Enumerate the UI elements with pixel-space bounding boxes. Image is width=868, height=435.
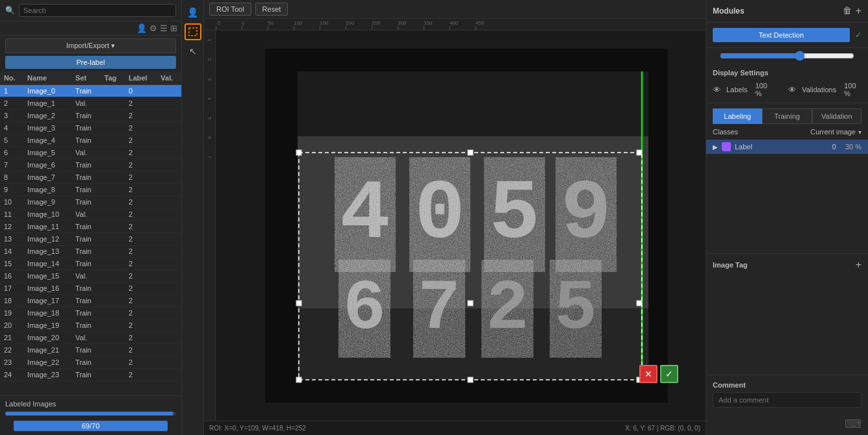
cell-name: Image_9 xyxy=(23,196,71,208)
class-expand-icon[interactable]: ▶ xyxy=(713,143,718,151)
comment-input[interactable] xyxy=(713,392,862,408)
cell-tag xyxy=(101,221,125,233)
table-row[interactable]: 11 Image_10 Val. 2 xyxy=(0,208,181,221)
table-row[interactable]: 17 Image_16 Train 2 xyxy=(0,282,181,295)
table-row[interactable]: 3 Image_2 Train 2 xyxy=(0,110,181,122)
search-icon: 🔍 xyxy=(5,6,15,15)
tools-panel: 👤 ↖ xyxy=(182,0,204,435)
table-row[interactable]: 13 Image_12 Train 2 xyxy=(0,233,181,245)
slider-row xyxy=(706,48,868,64)
table-row[interactable]: 22 Image_21 Train 2 xyxy=(0,344,181,356)
table-row[interactable]: 7 Image_6 Train 2 xyxy=(0,159,181,171)
ruler-side: 1 2 3 4 5 6 7 xyxy=(204,31,216,421)
reset-button[interactable]: Reset xyxy=(255,3,288,16)
cell-name: Image_13 xyxy=(23,245,71,258)
add-module-icon[interactable]: + xyxy=(856,5,862,17)
spacer xyxy=(706,154,868,253)
cell-set: Train xyxy=(71,319,101,332)
cell-val xyxy=(157,344,181,356)
cell-set: Train xyxy=(71,184,101,196)
cell-label: 2 xyxy=(125,307,157,319)
cell-val xyxy=(157,245,181,258)
confirm-button[interactable]: ✓ xyxy=(660,365,678,383)
main-canvas: ROI Tool Reset -5 0 50 100 150 200 250 3… xyxy=(204,0,706,435)
cell-tag xyxy=(101,85,125,97)
cell-set: Val. xyxy=(71,332,101,344)
tab-labeling[interactable]: Labeling xyxy=(713,108,762,124)
cell-set: Train xyxy=(71,258,101,270)
cell-label: 2 xyxy=(125,97,157,110)
cell-set: Val. xyxy=(71,208,101,221)
cell-tag xyxy=(101,332,125,344)
cell-val xyxy=(157,258,181,270)
labels-pct: 100 % xyxy=(755,82,772,97)
table-row[interactable]: 14 Image_13 Train 2 xyxy=(0,245,181,258)
cell-no: 9 xyxy=(0,184,23,196)
cell-tag xyxy=(101,245,125,258)
cell-name: Image_20 xyxy=(23,332,71,344)
tab-validation[interactable]: Validation xyxy=(812,108,862,124)
svg-rect-18 xyxy=(637,150,642,155)
add-tag-button[interactable]: + xyxy=(856,259,862,271)
table-row[interactable]: 5 Image_4 Train 2 xyxy=(0,134,181,147)
cell-name: Image_5 xyxy=(23,147,71,159)
delete-icon[interactable]: 🗑 xyxy=(843,5,852,17)
ruler-top: -5 0 50 100 150 200 250 300 350 400 450 xyxy=(204,19,706,31)
import-export-button[interactable]: Import/Export ▾ xyxy=(5,38,176,53)
table-row[interactable]: 23 Image_22 Train 2 xyxy=(0,356,181,369)
col-name: Name xyxy=(23,71,71,85)
table-row[interactable]: 2 Image_1 Val. 2 xyxy=(0,97,181,110)
classes-row: Classes Current image ▾ xyxy=(706,124,868,140)
person-tool-button[interactable]: 👤 xyxy=(185,4,201,21)
svg-text:4: 4 xyxy=(340,167,390,262)
pre-label-button[interactable]: Pre-label xyxy=(5,56,176,69)
table-row[interactable]: 9 Image_8 Train 2 xyxy=(0,184,181,196)
table-row[interactable]: 21 Image_20 Val. 2 xyxy=(0,332,181,344)
current-image-label: Current image xyxy=(810,128,856,136)
table-row[interactable]: 15 Image_14 Train 2 xyxy=(0,258,181,270)
cell-set: Train xyxy=(71,122,101,134)
table-row[interactable]: 24 Image_23 Train 2 xyxy=(0,369,181,381)
cell-tag xyxy=(101,295,125,307)
module-slider[interactable] xyxy=(720,51,854,61)
eye-validations-icon: 👁 xyxy=(788,85,797,95)
table-row[interactable]: 1 Image_0 Train 0 xyxy=(0,85,181,97)
table-row[interactable]: 6 Image_5 Val. 2 xyxy=(0,147,181,159)
col-set: Set xyxy=(71,71,101,85)
table-row[interactable]: 8 Image_7 Train 2 xyxy=(0,171,181,184)
table-row[interactable]: 16 Image_15 Val. 2 xyxy=(0,270,181,282)
search-input[interactable] xyxy=(19,4,176,17)
eye-labels-icon: 👁 xyxy=(713,85,721,95)
cell-name: Image_21 xyxy=(23,344,71,356)
table-row[interactable]: 18 Image_17 Train 2 xyxy=(0,295,181,307)
dropdown-arrow-icon[interactable]: ▾ xyxy=(858,129,862,136)
pointer-tool-button[interactable]: ↖ xyxy=(185,43,201,60)
ruler-tick: 50 xyxy=(268,20,294,30)
cell-tag xyxy=(101,270,125,282)
cell-val xyxy=(157,159,181,171)
table-row[interactable]: 20 Image_19 Train 2 xyxy=(0,319,181,332)
progress-bar-container xyxy=(5,412,176,416)
roi-tool-button[interactable]: ROI Tool xyxy=(209,3,251,16)
ruler-tick: 100 xyxy=(294,20,320,30)
roi-select-tool-button[interactable] xyxy=(185,23,201,40)
table-row[interactable]: 4 Image_3 Train 2 xyxy=(0,122,181,134)
cell-no: 18 xyxy=(0,295,23,307)
cell-name: Image_6 xyxy=(23,159,71,171)
table-row[interactable]: 10 Image_9 Train 2 xyxy=(0,196,181,208)
ruler-tick: 450 xyxy=(476,20,502,30)
cell-label: 2 xyxy=(125,319,157,332)
cell-name: Image_11 xyxy=(23,221,71,233)
text-detection-button[interactable]: Text Detection xyxy=(713,28,850,42)
table-row[interactable]: 19 Image_18 Train 2 xyxy=(0,307,181,319)
cancel-button[interactable]: ✕ xyxy=(639,365,657,383)
tab-training[interactable]: Training xyxy=(762,108,811,124)
table-row[interactable]: 12 Image_11 Train 2 xyxy=(0,221,181,233)
svg-rect-0 xyxy=(189,28,197,36)
cell-label: 2 xyxy=(125,221,157,233)
cell-name: Image_15 xyxy=(23,270,71,282)
cell-no: 16 xyxy=(0,270,23,282)
cell-val xyxy=(157,85,181,97)
roi-status: ROI: X=0, Y=109, W=418, H=252 xyxy=(209,425,306,432)
cell-val xyxy=(157,356,181,369)
